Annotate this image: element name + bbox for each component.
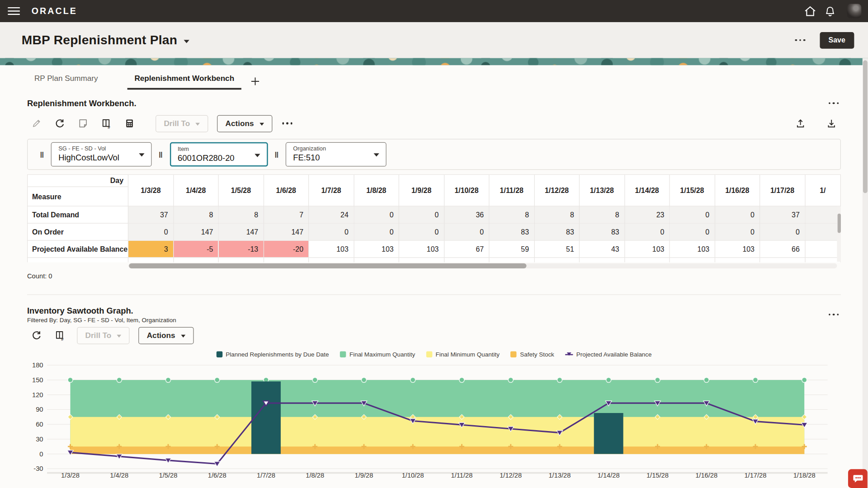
user-avatar[interactable] [847, 4, 861, 19]
legend-item[interactable]: Projected Available Balance [565, 351, 651, 357]
value-cell[interactable]: 8 [218, 206, 264, 223]
item-dropdown[interactable]: Item 6001OR280-20 [170, 142, 268, 167]
replenishment-bar[interactable] [251, 381, 281, 454]
date-column-header[interactable]: 1/5/28 [218, 174, 264, 206]
value-cell[interactable]: 83 [534, 223, 580, 240]
max-quantity-marker[interactable] [459, 377, 464, 382]
value-cell[interactable]: -13 [218, 240, 264, 258]
value-cell[interactable]: 103 [715, 240, 760, 258]
max-quantity-marker[interactable] [165, 377, 170, 382]
download-button[interactable] [822, 115, 841, 132]
date-column-header[interactable]: 1/9/28 [399, 174, 444, 206]
segment-group-dropdown[interactable]: SG - FE - SD - Vol HighCostLowVol [51, 142, 152, 167]
value-cell[interactable]: 66 [760, 240, 805, 258]
max-quantity-marker[interactable] [68, 377, 73, 382]
value-cell[interactable]: 59 [489, 240, 534, 258]
value-cell[interactable]: 8 [579, 206, 624, 223]
value-cell[interactable]: 0 [128, 223, 173, 240]
legend-item[interactable]: Safety Stock [510, 351, 554, 357]
value-cell[interactable]: 83 [579, 223, 624, 240]
date-column-header[interactable]: 1/10/28 [444, 174, 489, 206]
hamburger-menu-icon[interactable] [8, 5, 20, 17]
drag-handle-icon[interactable]: ‖ [33, 150, 51, 159]
graph-drill-to-button[interactable]: Drill To [77, 327, 130, 344]
value-cell[interactable]: 0 [715, 206, 760, 223]
value-cell[interactable]: 0 [760, 223, 805, 240]
date-column-header[interactable]: 1/13/28 [579, 174, 624, 206]
value-cell[interactable]: 37 [760, 206, 805, 223]
date-column-header[interactable]: 1/15/28 [670, 174, 715, 206]
max-quantity-marker[interactable] [557, 377, 562, 382]
measure-cell[interactable]: Total Demand [28, 206, 128, 223]
calculator-button[interactable] [120, 115, 139, 132]
value-cell[interactable]: 0 [715, 223, 760, 240]
value-cell[interactable]: -5 [173, 240, 218, 258]
graph-measure-catalog-button[interactable]: # [50, 327, 69, 344]
value-cell[interactable] [805, 240, 840, 258]
chat-button[interactable] [848, 469, 868, 488]
measure-catalog-button[interactable]: # [97, 115, 116, 132]
measure-cell[interactable]: Projected Available Balance [28, 240, 128, 258]
drag-handle-icon[interactable]: ‖ [268, 150, 286, 159]
date-column-header[interactable]: 1/3/28 [128, 174, 173, 206]
legend-item[interactable]: Final Maximum Quantity [340, 351, 415, 357]
value-cell[interactable]: 51 [534, 240, 580, 258]
tab-rp-plan-summary[interactable]: RP Plan Summary [27, 70, 105, 90]
graph-overflow-menu-icon[interactable] [826, 310, 841, 319]
workbench-overflow-menu-icon[interactable] [826, 99, 841, 108]
tab-replenishment-workbench[interactable]: Replenishment Workbench [127, 70, 242, 90]
replenishment-bar[interactable] [594, 413, 623, 454]
max-quantity-marker[interactable] [410, 377, 415, 382]
date-column-header[interactable]: 1/12/28 [534, 174, 580, 206]
value-cell[interactable] [805, 223, 840, 240]
value-cell[interactable]: 36 [444, 206, 489, 223]
value-cell[interactable]: 24 [309, 206, 354, 223]
edit-button[interactable] [27, 115, 46, 132]
value-cell[interactable]: -20 [264, 240, 309, 258]
table-vertical-scrollbar[interactable] [837, 206, 841, 262]
legend-item[interactable]: Final Minimum Quantity [426, 351, 500, 357]
value-cell[interactable]: 83 [489, 223, 534, 240]
date-column-header[interactable]: 1/16/28 [715, 174, 760, 206]
max-quantity-marker[interactable] [606, 377, 611, 382]
value-cell[interactable]: 8 [173, 206, 218, 223]
max-quantity-marker[interactable] [753, 377, 758, 382]
value-cell[interactable]: 147 [173, 223, 218, 240]
drag-handle-icon[interactable]: ‖ [152, 150, 170, 159]
value-cell[interactable]: 0 [354, 206, 399, 223]
value-cell[interactable]: 103 [670, 240, 715, 258]
date-column-header[interactable]: 1/6/28 [264, 174, 309, 206]
value-cell[interactable]: 103 [399, 240, 444, 258]
save-button[interactable]: Save [820, 32, 854, 48]
value-cell[interactable]: 0 [309, 223, 354, 240]
value-cell[interactable]: 147 [218, 223, 264, 240]
max-quantity-marker[interactable] [508, 377, 513, 382]
value-cell[interactable] [805, 206, 840, 223]
date-column-header[interactable]: 1/ [805, 174, 840, 206]
max-quantity-marker[interactable] [215, 377, 220, 382]
value-cell[interactable]: 43 [579, 240, 624, 258]
drill-to-button[interactable]: Drill To [156, 115, 208, 132]
value-cell[interactable]: 103 [624, 240, 670, 258]
organization-dropdown[interactable]: Organization FE:510 [286, 142, 387, 167]
value-cell[interactable]: 7 [264, 206, 309, 223]
graph-actions-button[interactable]: Actions [138, 327, 193, 344]
value-cell[interactable]: 103 [309, 240, 354, 258]
max-quantity-marker[interactable] [117, 377, 122, 382]
value-cell[interactable]: 147 [264, 223, 309, 240]
value-cell[interactable]: 37 [128, 206, 173, 223]
value-cell[interactable]: 23 [624, 206, 670, 223]
measure-cell[interactable]: On Order [28, 223, 128, 240]
export-button[interactable] [791, 115, 810, 132]
page-title-chevron-down-icon[interactable] [184, 40, 189, 43]
value-cell[interactable]: 0 [624, 223, 670, 240]
date-column-header[interactable]: 1/8/28 [354, 174, 399, 206]
value-cell[interactable]: 0 [444, 223, 489, 240]
date-column-header[interactable]: 1/14/28 [624, 174, 670, 206]
note-button[interactable] [74, 115, 93, 132]
date-column-header[interactable]: 1/4/28 [173, 174, 218, 206]
notifications-button[interactable] [824, 5, 836, 17]
home-button[interactable] [804, 5, 816, 17]
page-overflow-menu-icon[interactable] [793, 36, 807, 44]
value-cell[interactable]: 0 [670, 206, 715, 223]
